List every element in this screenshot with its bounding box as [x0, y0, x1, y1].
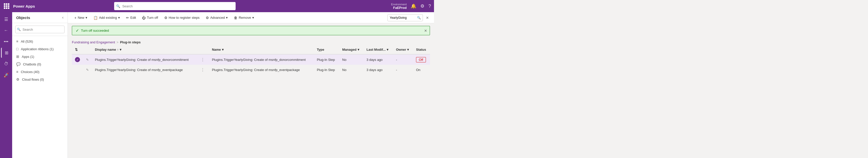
icon-rail: ☰ ← ••• ⊞ ⏱ 🚀 [0, 12, 12, 158]
edit-button[interactable]: ✏ Edit [123, 15, 138, 21]
col-header-managed[interactable]: Managed ▾ [339, 45, 363, 54]
command-bar: + New ▾ 📋 Add existing ▾ ✏ Edit ⏻ Turn o… [68, 12, 434, 23]
cmd-close-button[interactable]: ✕ [425, 15, 430, 21]
sidebar-item-appribbons[interactable]: □ Application ribbons (1) [12, 45, 68, 53]
breadcrumb-current: Plug-in steps [120, 40, 141, 44]
sidebar: Objects ‹ 🔍 ≡ All (526) □ Application ri… [12, 12, 68, 158]
sidebar-item-chatbots-label: Chatbots (0) [23, 62, 41, 66]
choices-icon: ≡ [16, 70, 18, 74]
help-icon[interactable]: ? [428, 4, 431, 9]
managed-sort-icon: ▾ [358, 48, 359, 51]
add-existing-chevron-icon: ▾ [118, 16, 120, 20]
app-title: Power Apps [13, 4, 35, 8]
sidebar-item-apps[interactable]: ⊞ Apps (1) [12, 53, 68, 60]
sidebar-item-choices[interactable]: ≡ Choices (40) [12, 68, 68, 76]
col-header-name[interactable]: Name ▾ [209, 45, 314, 54]
row2-displayname-cell: Plugins.TriggerYearlyGiving: Create of m… [92, 65, 197, 75]
advanced-chevron-icon: ▾ [226, 16, 228, 20]
col-header-status: Status [413, 45, 430, 54]
rail-history-icon[interactable]: ⏱ [1, 59, 11, 69]
sort-icon: ⇅ [75, 48, 78, 51]
sidebar-item-chatbots[interactable]: 💬 Chatbots (0) [12, 60, 68, 68]
collapse-sidebar-button[interactable]: ‹ [62, 15, 64, 20]
lastmod-sort-icon: ▾ [387, 48, 389, 51]
row1-check-cell[interactable]: ✓ [72, 54, 83, 65]
row2-check-cell[interactable] [72, 65, 83, 75]
add-existing-button[interactable]: 📋 Add existing ▾ [91, 15, 122, 21]
rail-dots-icon[interactable]: ••• [1, 36, 11, 47]
remove-button[interactable]: 🗑 Remove ▾ [231, 15, 256, 21]
owner-sort-icon: ▾ [407, 48, 409, 51]
name-sort-icon: ▾ [222, 48, 224, 51]
row2-more-cell[interactable]: ⋮ [197, 65, 209, 75]
how-to-button[interactable]: ⚙ How to register steps [162, 15, 202, 21]
sidebar-search-icon: 🔍 [17, 28, 21, 31]
col-header-rowicon [83, 45, 92, 54]
row2-managed-cell: No [339, 65, 363, 75]
breadcrumb: Fundraising and Engagement > Plug-in ste… [68, 38, 434, 45]
row1-owner-cell: - [393, 54, 413, 65]
sidebar-item-apps-label: Apps (1) [22, 55, 34, 59]
notifications-icon[interactable]: 🔔 [411, 3, 416, 9]
cmd-search-icon: 🔍 [417, 16, 421, 20]
plugin-steps-table: ⇅ Display name ↑ ▾ [72, 45, 430, 75]
remove-icon: 🗑 [234, 16, 237, 20]
turn-off-button[interactable]: ⏻ Turn off [140, 15, 160, 21]
row2-status-badge: On [416, 68, 420, 72]
top-search-input[interactable] [114, 2, 236, 10]
rail-menu-icon[interactable]: ☰ [1, 14, 11, 24]
cmd-search-wrap: YearlyGiving 🔍 [388, 14, 423, 21]
top-search-icon: 🔍 [116, 4, 120, 8]
row1-more-cell[interactable]: ⋮ [197, 54, 209, 65]
col-header-type: Type [314, 45, 339, 54]
row1-status-badge: Off [416, 57, 426, 62]
advanced-icon: ⚙ [206, 16, 209, 20]
sidebar-item-cloudflows[interactable]: ⚙ Cloud flows (0) [12, 76, 68, 83]
appribbons-icon: □ [16, 47, 18, 51]
sidebar-item-all[interactable]: ≡ All (526) [12, 37, 68, 45]
all-icon: ≡ [16, 39, 18, 43]
col-header-lastmodified[interactable]: Last Modif... ▾ [363, 45, 393, 54]
col-header-more [197, 45, 209, 54]
breadcrumb-parent-link[interactable]: Fundraising and Engagement [72, 40, 115, 44]
new-button[interactable]: + New ▾ [72, 15, 90, 21]
advanced-button[interactable]: ⚙ Advanced ▾ [203, 15, 230, 21]
sidebar-search-input[interactable] [15, 26, 65, 33]
sidebar-item-cloudflows-label: Cloud flows (0) [22, 78, 44, 81]
row1-lastmod-cell: 3 days ago [363, 54, 393, 65]
row2-edit-icon: ✎ [86, 68, 89, 72]
how-to-icon: ⚙ [164, 16, 167, 20]
row1-type-cell: Plug-In Step [314, 54, 339, 65]
breadcrumb-separator: > [117, 40, 119, 44]
row2-status-cell: On [413, 65, 430, 75]
turn-off-icon: ⏻ [142, 16, 146, 20]
top-nav: Power Apps 🔍 Environment FaEProd 🔔 ⚙ ? [0, 0, 434, 12]
add-existing-icon: 📋 [93, 16, 98, 20]
cloudflows-icon: ⚙ [16, 77, 20, 81]
success-banner: ✓ Turn off succeeded ✕ [72, 26, 430, 35]
settings-icon[interactable]: ⚙ [420, 3, 424, 9]
rail-rocket-icon[interactable]: 🚀 [1, 70, 11, 80]
banner-close-button[interactable]: ✕ [424, 29, 427, 33]
sidebar-nav: ≡ All (526) □ Application ribbons (1) ⊞ … [12, 36, 68, 158]
sidebar-header: Objects ‹ [12, 12, 68, 23]
row1-more-icon[interactable]: ⋮ [200, 58, 206, 62]
sidebar-search-area: 🔍 [12, 23, 68, 36]
row1-check-circle: ✓ [75, 57, 80, 62]
col-header-owner[interactable]: Owner ▾ [393, 45, 413, 54]
col-header-check: ⇅ [72, 45, 83, 54]
environment-name: FaEProd [393, 6, 406, 10]
app-body: ☰ ← ••• ⊞ ⏱ 🚀 Objects ‹ 🔍 ≡ All (526) □ … [0, 12, 434, 158]
displayname-sort-icon: ▾ [120, 48, 121, 51]
row2-more-icon[interactable]: ⋮ [200, 68, 206, 72]
row1-managed-cell: No [339, 54, 363, 65]
row1-icon-cell: ✎ [83, 54, 92, 65]
sidebar-title: Objects [16, 16, 30, 20]
rail-back-icon[interactable]: ← [1, 25, 11, 35]
new-chevron-icon: ▾ [86, 16, 87, 20]
rail-table-icon[interactable]: ⊞ [1, 48, 11, 58]
command-bar-right: YearlyGiving 🔍 ✕ [388, 14, 430, 21]
waffle-menu[interactable] [3, 3, 10, 10]
remove-chevron-icon: ▾ [252, 16, 254, 20]
col-header-displayname[interactable]: Display name ↑ ▾ [92, 45, 197, 54]
